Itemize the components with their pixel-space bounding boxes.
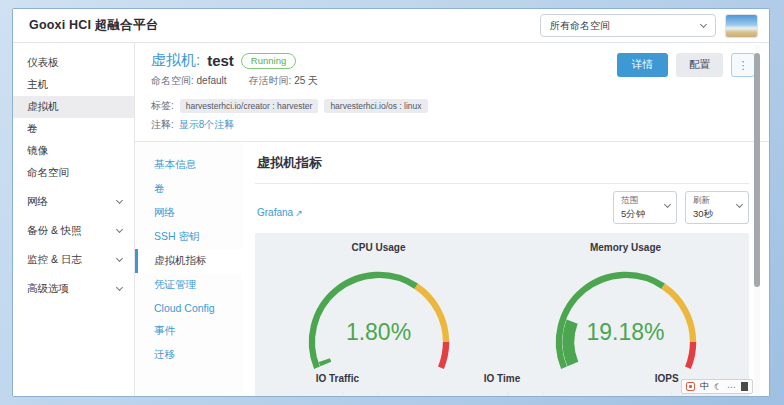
app-title: Gooxi HCI 超融合平台	[29, 17, 158, 34]
config-button[interactable]: 配置	[676, 53, 723, 77]
ime-logo-icon[interactable]	[686, 382, 695, 391]
gauge-cpu-usage: CPU Usage1.80%	[255, 242, 502, 371]
sidebar-nav: 仪表板主机虚拟机卷镜像命名空间网络备份 & 快照监控 & 日志高级选项	[13, 43, 135, 397]
chevron-down-icon	[116, 255, 123, 262]
app-window: Gooxi HCI 超融合平台 所有命名空间 仪表板主机虚拟机卷镜像命名空间网络…	[12, 8, 770, 397]
gauges-row: CPU Usage1.80%Memory Usage19.18%	[255, 242, 749, 371]
chevron-down-icon	[116, 284, 123, 291]
vm-name: test	[207, 52, 234, 69]
refresh-label: 刷新	[693, 195, 734, 207]
range-select[interactable]: 范围 5分钟	[613, 191, 677, 224]
vm-meta-item: 命名空间: default	[151, 74, 227, 88]
more-actions-button[interactable]: ⋮	[731, 53, 755, 77]
sidebar-item-label: 监控 & 日志	[27, 253, 82, 267]
top-navbar: Gooxi HCI 超融合平台 所有命名空间	[13, 9, 769, 43]
tags-label: 标签:	[151, 99, 174, 113]
vm-header: 虚拟机: test Running 命名空间: default存活时间: 25 …	[135, 43, 769, 141]
main-content: 虚拟机: test Running 命名空间: default存活时间: 25 …	[135, 43, 769, 397]
sidebar-item[interactable]: 主机	[13, 74, 134, 96]
header-actions: 详情 配置 ⋮	[617, 53, 755, 77]
detail-tab[interactable]: 网络	[135, 201, 243, 225]
chart-title: IO Traffic	[261, 373, 414, 384]
sidebar-item[interactable]: 命名空间	[13, 162, 134, 184]
sidebar-item[interactable]: 仪表板	[13, 52, 134, 74]
details-button[interactable]: 详情	[617, 53, 668, 77]
moon-icon[interactable]: ☾	[714, 382, 722, 392]
vm-meta-item: 存活时间: 25 天	[249, 74, 318, 88]
sidebar-item-label: 镜像	[27, 144, 48, 156]
chevron-down-icon	[736, 201, 743, 208]
gauge-value: 19.18%	[502, 319, 749, 346]
detail-tab[interactable]: 迁移	[135, 343, 243, 367]
ime-lang-toggle[interactable]: 中	[700, 380, 709, 393]
range-label: 范围	[621, 195, 662, 207]
gauge-value: 1.80%	[255, 319, 502, 346]
detail-tab[interactable]: 基本信息	[135, 153, 243, 177]
y-axis-labels: 2 ms1.50 ms1 ms	[426, 392, 472, 397]
sidebar-item-label: 仪表板	[27, 56, 59, 68]
status-badge: Running	[241, 53, 296, 69]
annotations-label: 注释:	[151, 118, 174, 132]
chart-io-time: IO Time2 ms1.50 ms1 ms	[420, 373, 585, 397]
refresh-value: 30秒	[693, 208, 734, 221]
detail-tab[interactable]: 事件	[135, 319, 243, 343]
metrics-canvas: CPU Usage1.80%Memory Usage19.18% IO Traf…	[255, 233, 749, 397]
gauge-title: Memory Usage	[502, 242, 749, 253]
sidebar-item-label: 卷	[27, 122, 38, 134]
namespace-filter-select[interactable]: 所有命名空间	[540, 14, 716, 37]
y-axis-labels: 0.400 io/s0.300 io/s0.200 io/s	[590, 392, 636, 397]
chart-io-traffic: IO Traffic5 kB/s4 kB/s3 kB/s	[255, 373, 420, 397]
grafana-link[interactable]: Grafana↗	[257, 207, 303, 218]
chevron-down-icon	[116, 197, 123, 204]
sidebar-item-label: 命名空间	[27, 166, 69, 178]
sidebar-item-label: 高级选项	[27, 282, 69, 296]
detail-tab[interactable]: 卷	[135, 177, 243, 201]
charts-row: IO Traffic5 kB/s4 kB/s3 kB/sIO Time2 ms1…	[255, 373, 749, 397]
annotations-row: 注释: 显示8个注释	[151, 118, 753, 141]
detail-tab[interactable]: SSH 密钥	[135, 225, 243, 249]
topbar-right: 所有命名空间	[540, 14, 757, 37]
sidebar-item[interactable]: 网络	[13, 191, 134, 213]
sidebar-item[interactable]: 卷	[13, 118, 134, 140]
ime-keyboard-icon[interactable]	[741, 382, 748, 391]
y-tick-label: 2 ms	[449, 395, 466, 397]
detail-tab[interactable]: 凭证管理	[135, 273, 243, 297]
chevron-down-icon	[116, 226, 123, 233]
detail-tabs: 基本信息卷网络SSH 密钥虚拟机指标凭证管理Cloud Config事件迁移	[135, 142, 243, 397]
window-frame: Gooxi HCI 超融合平台 所有命名空间 仪表板主机虚拟机卷镜像命名空间网络…	[0, 0, 784, 405]
detail-tab[interactable]: Cloud Config	[135, 297, 243, 319]
tag-badge: harvesterhci.io/creator : harvester	[180, 99, 319, 113]
scrollbar-thumb[interactable]	[754, 53, 760, 287]
metrics-panel: 虚拟机指标 Grafana↗ 范围 5分钟	[243, 142, 769, 397]
sidebar-item[interactable]: 镜像	[13, 140, 134, 162]
sidebar-item-label: 虚拟机	[27, 100, 59, 112]
gauge-memory-usage: Memory Usage19.18%	[502, 242, 749, 371]
tags-row: 标签: harvesterhci.io/creator : harvesterh…	[151, 99, 753, 113]
namespace-filter-value: 所有命名空间	[550, 19, 610, 33]
tag-list: harvesterhci.io/creator : harvesterharve…	[180, 99, 428, 113]
gauge-title: CPU Usage	[255, 242, 502, 253]
sidebar-item[interactable]: 监控 & 日志	[13, 249, 134, 271]
vm-type-link[interactable]: 虚拟机:	[151, 51, 200, 70]
sidebar-item[interactable]: 备份 & 快照	[13, 220, 134, 242]
tag-badge: harvesterhci.io/os : linux	[324, 99, 427, 113]
chevron-down-icon	[700, 20, 707, 27]
chevron-down-icon	[664, 201, 671, 208]
ime-toolbar[interactable]: 中 ☾ ⋯	[681, 379, 753, 394]
ime-more-icon[interactable]: ⋯	[727, 382, 736, 392]
sidebar-item[interactable]: 虚拟机	[13, 96, 134, 118]
range-value: 5分钟	[621, 208, 662, 221]
y-axis-labels: 5 kB/s4 kB/s3 kB/s	[261, 392, 307, 397]
y-tick-label: 0.400 io/s	[597, 395, 632, 397]
user-avatar[interactable]	[726, 15, 757, 37]
sidebar-item-label: 网络	[27, 195, 48, 209]
sidebar-item[interactable]: 高级选项	[13, 278, 134, 300]
show-annotations-link[interactable]: 显示8个注释	[179, 118, 235, 132]
sidebar-item-label: 备份 & 快照	[27, 224, 82, 238]
chart-title: IO Time	[426, 373, 579, 384]
grafana-label: Grafana	[257, 207, 293, 218]
detail-tab[interactable]: 虚拟机指标	[135, 249, 243, 273]
sidebar-item-label: 主机	[27, 78, 48, 90]
refresh-select[interactable]: 刷新 30秒	[685, 191, 749, 224]
metrics-title: 虚拟机指标	[255, 142, 749, 184]
